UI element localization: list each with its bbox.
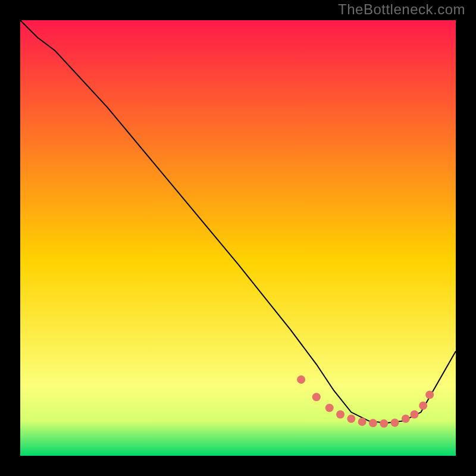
plot-svg [20,20,456,456]
marker-dot [369,419,377,427]
marker-dot [347,415,355,423]
marker-dot [391,418,399,427]
marker-dot [380,419,388,428]
marker-dot [402,415,410,423]
marker-dot [297,375,305,384]
marker-dot [325,404,334,412]
watermark-text: TheBottleneck.com [338,1,465,18]
chart-container: TheBottleneck.com [0,0,476,476]
gradient-background [20,20,456,456]
marker-dot [419,402,427,410]
marker-dot [425,391,434,399]
marker-dot [336,411,345,419]
marker-dot [411,411,419,419]
marker-dot [312,393,321,401]
plot-area [20,20,456,456]
marker-dot [358,418,367,426]
